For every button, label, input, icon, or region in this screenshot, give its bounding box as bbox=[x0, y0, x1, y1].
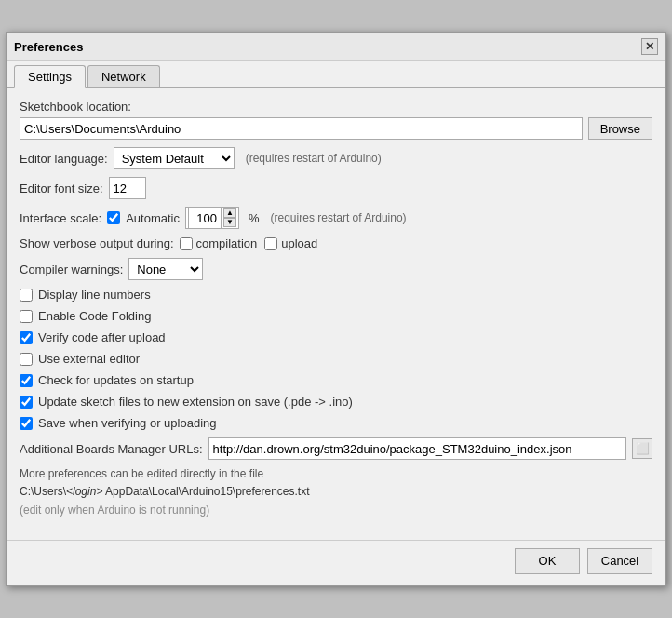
update-sketch-checkbox[interactable] bbox=[20, 396, 33, 409]
tab-bar: Settings Network bbox=[7, 61, 665, 88]
tab-settings[interactable]: Settings bbox=[14, 65, 86, 88]
external-editor-label: Use external editor bbox=[38, 352, 140, 366]
sketchbook-location-label: Sketchbook location: bbox=[20, 100, 652, 114]
interface-scale-row: Interface scale: Automatic ▲ ▼ % (requir… bbox=[20, 207, 652, 229]
info-path: C:\Users\<login> AppData\Local\Arduino15… bbox=[20, 483, 652, 501]
save-verifying-checkbox[interactable] bbox=[20, 417, 33, 430]
interface-scale-auto-label: Automatic bbox=[126, 211, 180, 225]
scale-input-wrap: ▲ ▼ bbox=[185, 207, 239, 229]
compilation-check-row: compilation bbox=[180, 236, 258, 250]
enable-code-folding-checkbox[interactable] bbox=[20, 310, 33, 323]
compiler-warnings-select[interactable]: None Default More All bbox=[128, 258, 203, 280]
info-edit-hint: (edit only when Arduino is not running) bbox=[20, 502, 652, 519]
enable-code-folding-label: Enable Code Folding bbox=[38, 309, 151, 323]
expand-boards-button[interactable]: ⬜ bbox=[632, 438, 652, 459]
window-title: Preferences bbox=[14, 40, 83, 54]
compiler-warnings-row: Compiler warnings: None Default More All bbox=[20, 258, 652, 280]
sketchbook-location-section: Sketchbook location: Browse bbox=[20, 100, 652, 140]
verify-code-checkbox[interactable] bbox=[20, 331, 33, 344]
editor-language-label: Editor language: bbox=[20, 152, 108, 166]
title-bar: Preferences ✕ bbox=[7, 33, 665, 61]
display-line-numbers-label: Display line numbers bbox=[38, 288, 151, 302]
external-editor-checkbox[interactable] bbox=[20, 353, 33, 366]
check-updates-label: Check for updates on startup bbox=[38, 373, 194, 387]
additional-boards-row: Additional Boards Manager URLs: ⬜ bbox=[20, 437, 652, 460]
verify-code-label: Verify code after upload bbox=[38, 330, 166, 344]
editor-language-row: Editor language: System Default (require… bbox=[20, 147, 652, 169]
info-section: More preferences can be edited directly … bbox=[20, 465, 652, 519]
footer: OK Cancel bbox=[7, 540, 665, 585]
checkbox-row-save-verifying: Save when verifying or uploading bbox=[20, 416, 652, 430]
interface-scale-input[interactable] bbox=[188, 207, 222, 229]
compilation-checkbox[interactable] bbox=[180, 237, 193, 250]
display-line-numbers-checkbox[interactable] bbox=[20, 289, 33, 302]
tab-network[interactable]: Network bbox=[87, 65, 160, 87]
sketchbook-location-input[interactable] bbox=[20, 117, 583, 140]
compiler-warnings-label: Compiler warnings: bbox=[20, 262, 123, 276]
checkboxes-section: Display line numbers Enable Code Folding… bbox=[20, 288, 652, 430]
upload-checkbox[interactable] bbox=[264, 237, 277, 250]
cancel-button[interactable]: Cancel bbox=[587, 548, 652, 574]
preferences-window: Preferences ✕ Settings Network Sketchboo… bbox=[6, 32, 666, 586]
percent-label: % bbox=[249, 211, 260, 225]
additional-boards-label: Additional Boards Manager URLs: bbox=[20, 442, 203, 456]
checkbox-row-update-sketch: Update sketch files to new extension on … bbox=[20, 395, 652, 409]
editor-language-select[interactable]: System Default bbox=[114, 147, 235, 169]
interface-scale-label: Interface scale: bbox=[20, 211, 101, 225]
save-verifying-label: Save when verifying or uploading bbox=[38, 416, 217, 430]
checkbox-row-verify-code: Verify code after upload bbox=[20, 330, 652, 344]
settings-content: Sketchbook location: Browse Editor langu… bbox=[7, 88, 665, 531]
info-line1: More preferences can be edited directly … bbox=[20, 465, 652, 483]
checkbox-row-enable-code-folding: Enable Code Folding bbox=[20, 309, 652, 323]
interface-scale-auto-checkbox[interactable] bbox=[107, 211, 120, 224]
check-updates-checkbox[interactable] bbox=[20, 374, 33, 387]
editor-language-hint: (requires restart of Arduino) bbox=[246, 152, 382, 165]
browse-button[interactable]: Browse bbox=[588, 117, 652, 140]
verbose-section: compilation upload bbox=[180, 236, 318, 250]
scale-down-button[interactable]: ▼ bbox=[223, 218, 236, 227]
ok-button[interactable]: OK bbox=[515, 548, 580, 574]
sketchbook-input-row: Browse bbox=[20, 117, 652, 140]
editor-font-size-label: Editor font size: bbox=[20, 181, 103, 195]
verbose-output-label: Show verbose output during: bbox=[20, 236, 174, 250]
checkbox-row-display-line-numbers: Display line numbers bbox=[20, 288, 652, 302]
scale-up-button[interactable]: ▲ bbox=[223, 208, 236, 218]
editor-font-size-row: Editor font size: bbox=[20, 177, 652, 199]
close-button[interactable]: ✕ bbox=[641, 38, 658, 55]
upload-label: upload bbox=[281, 236, 317, 250]
scale-spinner: ▲ ▼ bbox=[223, 208, 236, 227]
compilation-label: compilation bbox=[196, 236, 258, 250]
upload-check-row: upload bbox=[264, 236, 317, 250]
verbose-output-row: Show verbose output during: compilation … bbox=[20, 236, 652, 250]
interface-scale-hint: (requires restart of Arduino) bbox=[271, 211, 407, 224]
checkbox-row-external-editor: Use external editor bbox=[20, 352, 652, 366]
update-sketch-label: Update sketch files to new extension on … bbox=[38, 395, 353, 409]
checkbox-row-check-updates: Check for updates on startup bbox=[20, 373, 652, 387]
additional-boards-input[interactable] bbox=[208, 437, 626, 460]
editor-font-size-input[interactable] bbox=[109, 177, 146, 199]
